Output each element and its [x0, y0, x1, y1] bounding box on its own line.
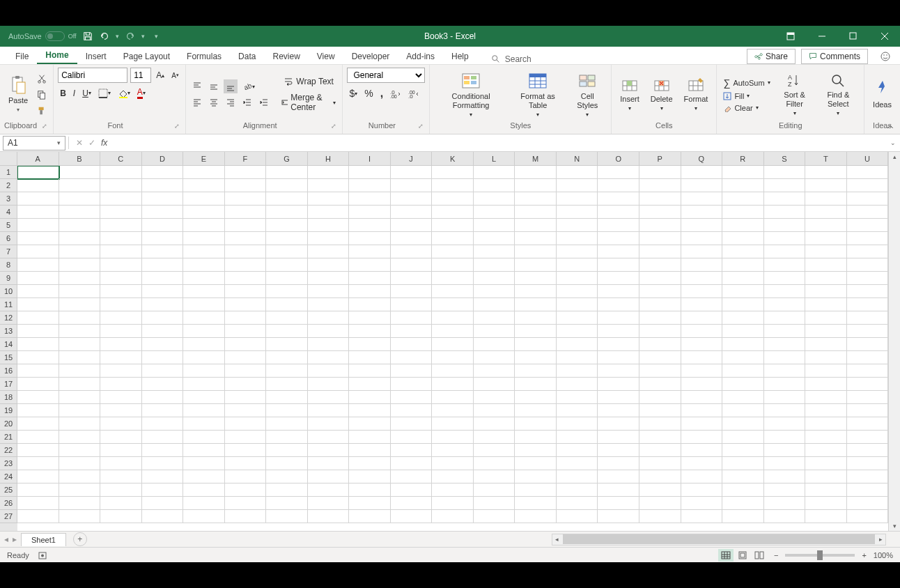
cell[interactable]	[847, 510, 889, 523]
cell[interactable]	[681, 444, 723, 457]
cell[interactable]	[349, 391, 391, 404]
cell[interactable]	[805, 232, 847, 245]
cell[interactable]	[681, 272, 723, 285]
cell[interactable]	[183, 364, 225, 378]
cell[interactable]	[59, 351, 101, 364]
name-box[interactable]: A1 ▾	[3, 136, 65, 150]
cell[interactable]	[391, 431, 433, 444]
cell[interactable]	[557, 351, 598, 364]
cell[interactable]	[59, 457, 101, 470]
cell[interactable]	[639, 166, 681, 179]
cell[interactable]	[266, 166, 308, 179]
tab-home[interactable]: Home	[37, 47, 77, 64]
cell[interactable]	[805, 338, 847, 351]
cell[interactable]	[432, 364, 474, 378]
cell[interactable]	[308, 338, 350, 351]
cell[interactable]	[17, 166, 59, 179]
row-header[interactable]: 25	[0, 483, 17, 497]
row-header[interactable]: 17	[0, 378, 17, 391]
cell[interactable]	[764, 351, 806, 364]
cell[interactable]	[847, 192, 889, 206]
cell[interactable]	[349, 483, 391, 497]
cell[interactable]	[515, 444, 557, 457]
cell[interactable]	[17, 272, 59, 285]
cell[interactable]	[266, 444, 308, 457]
cell[interactable]	[639, 192, 681, 206]
cell[interactable]	[515, 470, 557, 483]
cell[interactable]	[722, 338, 764, 351]
cell[interactable]	[515, 497, 557, 510]
cell[interactable]	[142, 497, 184, 510]
cut-icon[interactable]	[35, 72, 49, 86]
prev-sheet-icon[interactable]: ◂	[4, 534, 8, 544]
cell[interactable]	[432, 391, 474, 404]
align-left-icon[interactable]	[190, 95, 204, 109]
cell[interactable]	[557, 285, 598, 298]
cell[interactable]	[764, 497, 806, 510]
cell[interactable]	[639, 351, 681, 364]
cell[interactable]	[474, 391, 515, 404]
cell[interactable]	[681, 364, 723, 378]
cell[interactable]	[225, 245, 267, 258]
cell[interactable]	[183, 483, 225, 497]
cell[interactable]	[598, 391, 639, 404]
cell[interactable]	[639, 404, 681, 417]
row-header[interactable]: 6	[0, 232, 17, 245]
cell[interactable]	[557, 325, 598, 338]
cell[interactable]	[847, 470, 889, 483]
cell[interactable]	[225, 483, 267, 497]
undo-dropdown-icon[interactable]: ▾	[116, 33, 119, 40]
cell[interactable]	[557, 391, 598, 404]
column-header[interactable]: I	[349, 152, 391, 166]
cell[interactable]	[100, 272, 142, 285]
cell[interactable]	[681, 285, 723, 298]
cell[interactable]	[639, 391, 681, 404]
row-header[interactable]: 9	[0, 272, 17, 285]
cell[interactable]	[557, 219, 598, 232]
page-break-view-icon[interactable]	[752, 549, 767, 562]
cell[interactable]	[764, 272, 806, 285]
cell[interactable]	[59, 258, 101, 272]
merge-center-button[interactable]: Merge & Center ▾	[279, 91, 339, 114]
cell[interactable]	[515, 404, 557, 417]
cell[interactable]	[474, 179, 515, 192]
zoom-level[interactable]: 100%	[874, 551, 893, 559]
cell[interactable]	[142, 219, 184, 232]
cell[interactable]	[474, 232, 515, 245]
macro-record-icon[interactable]	[38, 550, 47, 560]
increase-decimal-icon[interactable]: .0.00	[388, 86, 403, 100]
cell[interactable]	[805, 431, 847, 444]
cell[interactable]	[722, 457, 764, 470]
row-header[interactable]: 19	[0, 404, 17, 417]
row-header[interactable]: 24	[0, 470, 17, 483]
cell[interactable]	[17, 364, 59, 378]
cell[interactable]	[349, 444, 391, 457]
cell[interactable]	[847, 364, 889, 378]
cell[interactable]	[142, 444, 184, 457]
cell[interactable]	[432, 232, 474, 245]
cell[interactable]	[266, 497, 308, 510]
cell[interactable]	[17, 444, 59, 457]
cell[interactable]	[432, 483, 474, 497]
cell[interactable]	[557, 338, 598, 351]
cell[interactable]	[474, 444, 515, 457]
cell[interactable]	[225, 364, 267, 378]
cell[interactable]	[308, 483, 350, 497]
cell[interactable]	[805, 391, 847, 404]
cell[interactable]	[142, 232, 184, 245]
cell[interactable]	[805, 417, 847, 431]
cell[interactable]	[266, 417, 308, 431]
cell[interactable]	[805, 378, 847, 391]
cell[interactable]	[515, 417, 557, 431]
cell[interactable]	[764, 364, 806, 378]
cell[interactable]	[722, 245, 764, 258]
cell[interactable]	[183, 258, 225, 272]
cell[interactable]	[847, 497, 889, 510]
cell[interactable]	[515, 179, 557, 192]
cell[interactable]	[557, 192, 598, 206]
cell[interactable]	[639, 483, 681, 497]
cell[interactable]	[847, 219, 889, 232]
undo-icon[interactable]	[99, 31, 110, 42]
cell[interactable]	[225, 311, 267, 325]
cell[interactable]	[100, 298, 142, 311]
